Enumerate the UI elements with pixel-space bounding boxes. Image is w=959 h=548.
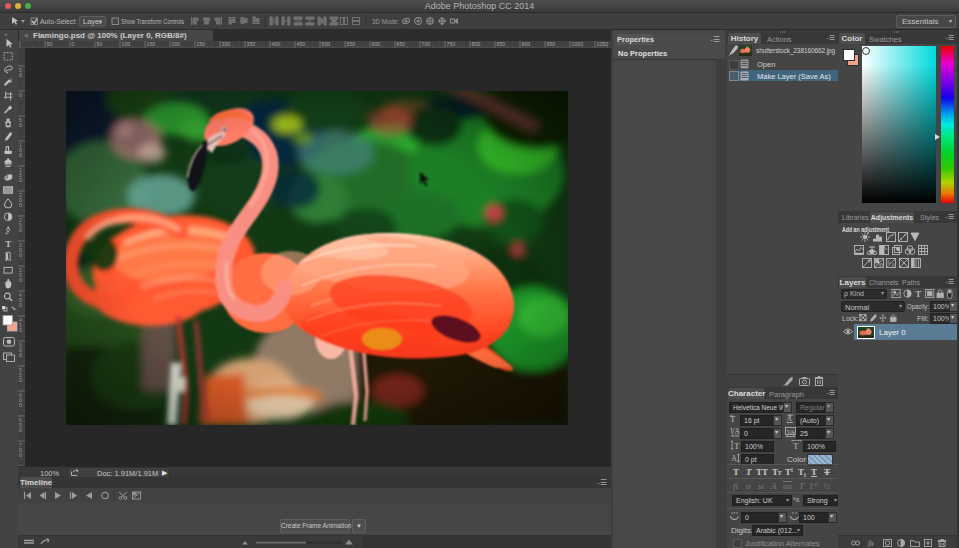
svg-text:0: 0 bbox=[19, 252, 22, 258]
svg-text:550: 550 bbox=[347, 41, 356, 47]
svg-text:800: 800 bbox=[472, 41, 481, 47]
svg-text:fi: fi bbox=[733, 481, 739, 491]
svg-text:A: A bbox=[770, 481, 777, 491]
svg-text:fx: fx bbox=[868, 539, 874, 547]
svg-text:850: 850 bbox=[497, 41, 506, 47]
svg-text:1050: 1050 bbox=[597, 41, 609, 47]
svg-text:T: T bbox=[915, 289, 921, 299]
svg-text:0: 0 bbox=[19, 302, 22, 308]
svg-text:aa: aa bbox=[783, 481, 793, 491]
svg-text:300: 300 bbox=[222, 41, 231, 47]
svg-text:400: 400 bbox=[272, 41, 281, 47]
svg-text:100: 100 bbox=[122, 41, 131, 47]
svg-text:1: 1 bbox=[804, 472, 807, 478]
svg-text:200: 200 bbox=[172, 41, 181, 47]
svg-text:T: T bbox=[811, 467, 817, 477]
svg-text:0: 0 bbox=[19, 277, 22, 283]
svg-text:450: 450 bbox=[297, 41, 306, 47]
svg-text:Auto-Select:: Auto-Select: bbox=[40, 17, 77, 26]
svg-text:0: 0 bbox=[19, 427, 22, 433]
svg-text:0: 0 bbox=[19, 327, 22, 333]
svg-text:T: T bbox=[793, 441, 799, 451]
svg-text:0: 0 bbox=[19, 452, 22, 458]
svg-text:▾: ▾ bbox=[99, 19, 102, 25]
svg-text:st: st bbox=[814, 481, 818, 487]
svg-text:T: T bbox=[733, 467, 739, 477]
svg-text:900: 900 bbox=[522, 41, 531, 47]
svg-text:0: 0 bbox=[19, 377, 22, 383]
svg-text:650: 650 bbox=[397, 41, 406, 47]
svg-text:1: 1 bbox=[809, 481, 814, 491]
svg-text:750: 750 bbox=[447, 41, 456, 47]
svg-text:»: » bbox=[4, 31, 8, 37]
svg-text:T: T bbox=[746, 467, 752, 477]
svg-text:250: 250 bbox=[197, 41, 206, 47]
svg-text:0: 0 bbox=[19, 227, 22, 233]
svg-text:Opacity:: Opacity: bbox=[907, 302, 929, 311]
svg-text:σ: σ bbox=[746, 481, 751, 491]
svg-text:0: 0 bbox=[19, 92, 22, 98]
svg-text:0: 0 bbox=[72, 41, 75, 47]
svg-text:0: 0 bbox=[19, 202, 22, 208]
svg-text:50: 50 bbox=[97, 41, 103, 47]
svg-text:0: 0 bbox=[19, 177, 22, 183]
svg-text:350: 350 bbox=[247, 41, 256, 47]
svg-text:½: ½ bbox=[823, 481, 830, 491]
svg-text:T: T bbox=[730, 414, 736, 423]
svg-text:150: 150 bbox=[147, 41, 156, 47]
svg-text:500: 500 bbox=[322, 41, 331, 47]
svg-text:3D Mode:: 3D Mode: bbox=[372, 17, 399, 26]
svg-text:VA: VA bbox=[787, 428, 796, 435]
svg-text:T: T bbox=[799, 481, 805, 491]
svg-text:T: T bbox=[5, 239, 11, 249]
svg-text:st: st bbox=[758, 481, 765, 491]
svg-text:TT: TT bbox=[756, 467, 768, 477]
svg-text:0: 0 bbox=[19, 352, 22, 358]
svg-text:0: 0 bbox=[19, 152, 22, 158]
svg-text:Show Transform Controls: Show Transform Controls bbox=[121, 17, 184, 26]
svg-text:T: T bbox=[734, 441, 740, 450]
svg-text:50: 50 bbox=[47, 41, 53, 47]
svg-text:950: 950 bbox=[547, 41, 556, 47]
svg-text:A: A bbox=[731, 454, 737, 463]
svg-text:T: T bbox=[824, 467, 830, 477]
svg-text:1000: 1000 bbox=[572, 41, 584, 47]
svg-text:0: 0 bbox=[19, 72, 22, 78]
svg-text:0: 0 bbox=[19, 402, 22, 408]
svg-text:1: 1 bbox=[791, 467, 794, 473]
svg-text:700: 700 bbox=[422, 41, 431, 47]
svg-text:600: 600 bbox=[372, 41, 381, 47]
svg-text:0: 0 bbox=[19, 122, 22, 128]
svg-text:T: T bbox=[778, 469, 783, 476]
